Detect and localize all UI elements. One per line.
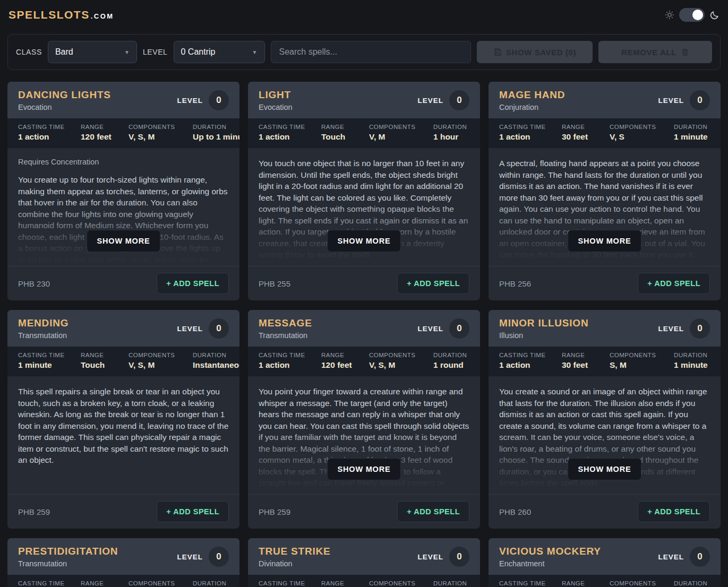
spell-school: Transmutation bbox=[18, 559, 118, 568]
casting-time-label: CASTING TIME bbox=[259, 580, 317, 586]
spell-school: Transmutation bbox=[18, 331, 68, 340]
duration-cell: DURATION Instantaneous bbox=[193, 352, 239, 370]
add-spell-button[interactable]: + ADD SPELL bbox=[638, 273, 710, 294]
remove-all-button[interactable]: REMOVE ALL bbox=[598, 41, 712, 63]
spell-meta-row: CASTING TIME 1 action RANGE Touch COMPON… bbox=[248, 118, 480, 148]
range-cell: RANGE 60 feet bbox=[562, 580, 605, 587]
components-cell: COMPONENTS V, S bbox=[610, 124, 670, 142]
duration-cell: DURATION 1 hour bbox=[193, 580, 229, 587]
spell-source: PHB 256 bbox=[499, 279, 531, 288]
spell-level: LEVEL 0 bbox=[417, 547, 469, 567]
level-label: LEVEL bbox=[417, 325, 443, 333]
spell-title-block: MESSAGE Transmutation bbox=[259, 317, 312, 340]
top-bar: SPELLSLOTS .COM bbox=[0, 0, 728, 30]
components-cell: COMPONENTS V bbox=[610, 580, 670, 587]
show-more-button[interactable]: SHOW MORE bbox=[327, 230, 401, 252]
spell-meta-row: CASTING TIME 1 action RANGE 30 feet COMP… bbox=[489, 347, 721, 376]
spell-school: Divination bbox=[259, 559, 330, 568]
casting-time-cell: CASTING TIME 1 action bbox=[499, 124, 558, 142]
spell-source: PHB 259 bbox=[18, 507, 50, 516]
range-cell: RANGE 120 feet bbox=[81, 124, 124, 142]
spell-level: LEVEL 0 bbox=[658, 90, 710, 110]
add-spell-button[interactable]: + ADD SPELL bbox=[157, 273, 229, 294]
range-cell: RANGE 30 feet bbox=[321, 580, 365, 587]
spell-card-footer: PHB 259 + ADD SPELL bbox=[248, 494, 480, 529]
casting-time-cell: CASTING TIME 1 action bbox=[259, 352, 317, 370]
range-cell: RANGE Touch bbox=[81, 352, 124, 370]
spell-card-header: PRESTIDIGITATION Transmutation LEVEL 0 bbox=[7, 538, 239, 575]
spell-level: LEVEL 0 bbox=[177, 547, 229, 567]
range-label: RANGE bbox=[562, 580, 605, 586]
duration-label: DURATION bbox=[674, 124, 710, 130]
duration-value: 1 hour bbox=[433, 132, 469, 142]
level-label: LEVEL bbox=[417, 553, 443, 561]
spell-name: MAGE HAND bbox=[499, 89, 565, 101]
components-cell: COMPONENTS V, S, M bbox=[129, 124, 189, 142]
spell-meta-row: CASTING TIME 1 minute RANGE Touch COMPON… bbox=[7, 347, 239, 376]
range-label: RANGE bbox=[81, 124, 124, 130]
spell-title-block: DANCING LIGHTS Evocation bbox=[18, 89, 111, 111]
spell-title-block: MINOR ILLUSION Illusion bbox=[499, 317, 588, 340]
add-spell-button[interactable]: + ADD SPELL bbox=[638, 501, 710, 522]
level-label: LEVEL bbox=[177, 553, 203, 561]
spell-card-footer: PHB 230 + ADD SPELL bbox=[7, 266, 239, 300]
components-value: V, S, M bbox=[369, 360, 429, 370]
search-input[interactable] bbox=[271, 41, 471, 63]
show-more-button[interactable]: SHOW MORE bbox=[327, 458, 401, 480]
level-badge: 0 bbox=[209, 318, 229, 339]
spell-description: You create up to four torch-sized lights… bbox=[18, 174, 229, 266]
spell-source: PHB 259 bbox=[259, 507, 290, 516]
spell-card-header: MAGE HAND Conjuration LEVEL 0 bbox=[489, 82, 721, 118]
add-spell-button[interactable]: + ADD SPELL bbox=[397, 501, 469, 522]
show-more-button[interactable]: SHOW MORE bbox=[568, 458, 642, 480]
spell-source: PHB 260 bbox=[499, 507, 531, 516]
components-cell: COMPONENTS V, S, M bbox=[129, 352, 189, 370]
spell-school: Evocation bbox=[259, 103, 293, 111]
spell-name: DANCING LIGHTS bbox=[18, 89, 111, 101]
spell-level: LEVEL 0 bbox=[177, 90, 229, 110]
spell-card-header: TRUE STRIKE Divination LEVEL 0 bbox=[248, 538, 480, 575]
spell-name: PRESTIDIGITATION bbox=[18, 546, 118, 557]
level-label: LEVEL bbox=[658, 325, 684, 333]
level-label: LEVEL bbox=[658, 553, 684, 561]
components-value: V, S, M bbox=[129, 360, 189, 370]
level-label: LEVEL bbox=[177, 325, 203, 333]
theme-toggle[interactable] bbox=[679, 8, 705, 22]
show-more-button[interactable]: SHOW MORE bbox=[87, 230, 161, 252]
range-value: Touch bbox=[81, 360, 124, 370]
spell-meta-row: CASTING TIME 1 action RANGE 10 feet COMP… bbox=[7, 575, 239, 587]
class-select[interactable]: Bard ▼ bbox=[48, 41, 137, 63]
spell-title-block: TRUE STRIKE Divination bbox=[259, 546, 330, 568]
casting-time-label: CASTING TIME bbox=[259, 352, 317, 358]
level-badge: 0 bbox=[449, 318, 469, 339]
spell-card: PRESTIDIGITATION Transmutation LEVEL 0 C… bbox=[7, 538, 239, 587]
components-label: COMPONENTS bbox=[610, 124, 670, 130]
add-spell-button[interactable]: + ADD SPELL bbox=[397, 273, 469, 294]
range-value: 120 feet bbox=[81, 132, 124, 142]
show-more-button[interactable]: SHOW MORE bbox=[568, 230, 642, 252]
duration-label: DURATION bbox=[193, 124, 239, 130]
filter-bar: CLASS Bard ▼ LEVEL 0 Cantrip ▼ SHOW SAVE… bbox=[7, 34, 721, 70]
level-badge: 0 bbox=[449, 90, 469, 110]
components-value: V, S, M bbox=[129, 132, 189, 142]
duration-cell: DURATION Up to 1 round bbox=[433, 580, 480, 587]
spell-card: VICIOUS MOCKERY Enchantment LEVEL 0 CAST… bbox=[489, 538, 721, 587]
level-select[interactable]: 0 Cantrip ▼ bbox=[174, 41, 265, 63]
chevron-down-icon: ▼ bbox=[252, 49, 258, 55]
site-logo[interactable]: SPELLSLOTS .COM bbox=[8, 8, 114, 21]
chevron-down-icon: ▼ bbox=[124, 49, 130, 55]
casting-time-value: 1 action bbox=[259, 360, 317, 370]
site-logo-tld: .COM bbox=[91, 12, 114, 20]
casting-time-cell: CASTING TIME 1 action bbox=[259, 580, 317, 587]
add-spell-button[interactable]: + ADD SPELL bbox=[157, 501, 229, 522]
level-label: LEVEL bbox=[177, 97, 203, 105]
range-label: RANGE bbox=[81, 352, 124, 358]
spell-title-block: PRESTIDIGITATION Transmutation bbox=[18, 546, 118, 568]
show-saved-button[interactable]: SHOW SAVED (0) bbox=[477, 41, 593, 63]
class-label: CLASS bbox=[16, 48, 42, 56]
range-value: 30 feet bbox=[562, 360, 605, 370]
spell-card-header: LIGHT Evocation LEVEL 0 bbox=[248, 82, 480, 118]
range-label: RANGE bbox=[562, 352, 605, 358]
spell-school: Illusion bbox=[499, 331, 588, 340]
remove-all-label: REMOVE ALL bbox=[621, 48, 676, 57]
